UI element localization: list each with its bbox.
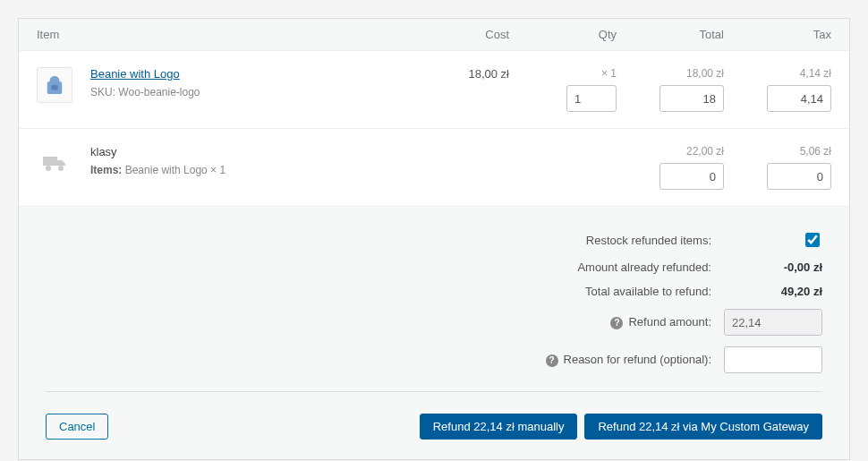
line-tax-display: 4,14 zł (800, 67, 831, 80)
available-refund-label: Total available to refund: (585, 285, 724, 298)
table-header: Item Cost Qty Total Tax (19, 19, 849, 51)
shipping-refund-tax-input[interactable] (767, 163, 831, 190)
col-qty: Qty (509, 28, 617, 41)
refund-manual-button[interactable]: Refund 22,14 zł manually (420, 414, 578, 440)
product-sku: SKU: Woo-beanie-logo (90, 86, 402, 98)
order-refund-panel: Item Cost Qty Total Tax Beanie with Logo… (18, 18, 850, 460)
restock-checkbox[interactable] (805, 233, 820, 247)
help-icon[interactable]: ? (610, 317, 623, 329)
shipping-tax-display: 5,06 zł (800, 145, 831, 158)
divider (46, 391, 822, 392)
already-refunded-value: -0,00 zł (724, 260, 822, 274)
product-thumbnail (37, 67, 72, 103)
shipping-method: klasy (90, 145, 402, 158)
col-tax: Tax (724, 28, 831, 41)
shipping-total-display: 22,00 zł (686, 145, 724, 158)
col-cost: Cost (402, 28, 509, 41)
refund-total-input[interactable] (660, 85, 724, 112)
line-qty-display: × 1 (601, 67, 617, 80)
cancel-button[interactable]: Cancel (46, 414, 108, 440)
line-cost: 18,00 zł (411, 67, 509, 81)
refund-reason-input[interactable] (724, 346, 822, 373)
line-item-row: Beanie with Logo SKU: Woo-beanie-logo 18… (19, 51, 849, 129)
truck-icon (37, 145, 72, 181)
already-refunded-label: Amount already refunded: (577, 260, 724, 274)
svg-point-2 (58, 166, 64, 171)
refund-tax-input[interactable] (767, 85, 831, 112)
line-total-display: 18,00 zł (686, 67, 724, 80)
help-icon[interactable]: ? (546, 354, 558, 367)
svg-point-1 (46, 166, 51, 171)
product-name-link[interactable]: Beanie with Logo (90, 67, 180, 81)
shipping-row: klasy Items: Beanie with Logo × 1 22,00 … (19, 129, 849, 207)
shipping-refund-total-input[interactable] (660, 163, 724, 190)
restock-label: Restock refunded items: (586, 234, 724, 247)
refund-gateway-button[interactable]: Refund 22,14 zł via My Custom Gateway (584, 414, 822, 440)
backpack-icon (45, 74, 64, 96)
svg-rect-0 (51, 85, 57, 90)
refund-summary: Restock refunded items: Amount already r… (19, 207, 849, 414)
refund-amount-input[interactable] (724, 309, 822, 336)
refund-reason-label: Reason for refund (optional): (564, 353, 711, 366)
refund-amount-label: Refund amount: (628, 315, 711, 329)
available-refund-value: 49,20 zł (724, 285, 822, 298)
col-total: Total (617, 28, 724, 41)
refund-qty-input[interactable] (566, 85, 617, 112)
shipping-items: Items: Beanie with Logo × 1 (90, 164, 402, 176)
action-bar: Cancel Refund 22,14 zł manually Refund 2… (19, 414, 849, 459)
col-item: Item (37, 28, 402, 41)
